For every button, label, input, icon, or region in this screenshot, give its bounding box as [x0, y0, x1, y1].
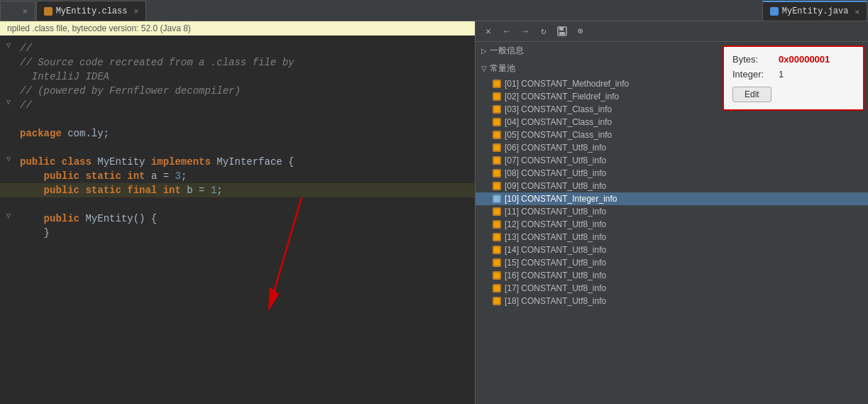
item-icon-05	[493, 131, 501, 139]
item-icon-13	[493, 233, 501, 241]
item-icon-09	[493, 182, 501, 190]
tree-item-11[interactable]: [11] CONSTANT_Utf8_info	[476, 205, 868, 218]
gutter-5: ▽	[0, 98, 20, 107]
tree-item-08-label: [08] CONSTANT_Utf8_info	[505, 168, 606, 178]
tab-myentity-class[interactable]: MyEntity.class ✕	[36, 1, 146, 21]
tree-item-06[interactable]: [06] CONSTANT_Utf8_info	[476, 141, 868, 154]
line-content-2: // Source code recreated from a .class f…	[20, 55, 475, 70]
code-line-7: package com.ly;	[0, 126, 475, 141]
right-panel: ✕ ← → ↻ ⊕ ▷ 一般信息 ▽ 常量池	[476, 21, 868, 404]
tree-item-10[interactable]: [10] CONSTANT_Integer_info	[476, 192, 868, 205]
svg-rect-3	[559, 27, 564, 31]
tab-myentity-class-close[interactable]: ✕	[133, 6, 138, 16]
general-arrow: ▷	[481, 47, 487, 55]
bytes-value: 0x00000001	[779, 54, 830, 65]
integer-label: Integer:	[732, 69, 779, 80]
main-area: npiled .class file, bytecode version: 52…	[0, 21, 868, 404]
item-icon-02	[493, 92, 501, 101]
tree-item-07-label: [07] CONSTANT_Utf8_info	[505, 155, 606, 165]
line-content-5: //	[20, 98, 475, 112]
code-line-15	[0, 240, 475, 254]
tab-bar: ✕ MyEntity.class ✕ MyEntity.java ✕	[0, 0, 868, 21]
item-icon-15	[493, 258, 501, 267]
code-line-4: // (powered by Fernflower decompiler)	[0, 84, 475, 98]
tree-item-14[interactable]: [14] CONSTANT_Utf8_info	[476, 244, 868, 256]
item-icon-08	[493, 169, 501, 178]
code-line-5: ▽ //	[0, 98, 475, 112]
code-line-14: }	[0, 226, 475, 240]
tree-item-18[interactable]: [18] CONSTANT_Utf8_info	[476, 295, 868, 307]
fold-icon-9: ▽	[6, 155, 11, 163]
tree-item-15[interactable]: [15] CONSTANT_Utf8_info	[476, 256, 868, 269]
tree-item-02-label: [02] CONSTANT_Fieldref_info	[505, 92, 619, 102]
bytes-label: Bytes:	[732, 54, 779, 65]
tab-blank-close[interactable]: ✕	[23, 6, 28, 16]
tree-item-01-label: [01] CONSTANT_Methodref_info	[505, 79, 629, 89]
fold-icon-5: ▽	[6, 98, 11, 107]
edit-button-container: Edit	[732, 84, 855, 102]
tab-myentity-java-label: MyEntity.java	[782, 6, 849, 16]
constant-pool-arrow: ▽	[481, 65, 487, 72]
tree-item-12[interactable]: [12] CONSTANT_Utf8_info	[476, 218, 868, 231]
line-content-7: package com.ly;	[20, 126, 475, 141]
line-content-4: // (powered by Fernflower decompiler)	[20, 84, 475, 98]
tree-item-05-label: [05] CONSTANT_Class_info	[505, 130, 612, 140]
code-area[interactable]: ▽ // // Source code recreated from a .cl…	[0, 36, 475, 404]
item-icon-14	[493, 246, 501, 254]
tree-item-12-label: [12] CONSTANT_Utf8_info	[505, 219, 606, 229]
line-content-10: public static int a = 3;	[20, 169, 475, 183]
tree-item-17[interactable]: [17] CONSTANT_Utf8_info	[476, 282, 868, 295]
tree-item-06-label: [06] CONSTANT_Utf8_info	[505, 143, 606, 153]
tree-item-05[interactable]: [05] CONSTANT_Class_info	[476, 129, 868, 141]
code-panel: npiled .class file, bytecode version: 52…	[0, 21, 476, 404]
fold-icon-1: ▽	[6, 41, 11, 50]
line-content-11: public static final int b = 1;	[20, 183, 475, 197]
tree-area[interactable]: ▷ 一般信息 ▽ 常量池 [01] CONSTANT_Methodref_inf…	[476, 42, 868, 404]
tree-item-07[interactable]: [07] CONSTANT_Utf8_info	[476, 154, 868, 167]
tree-item-04[interactable]: [04] CONSTANT_Class_info	[476, 116, 868, 129]
code-line-13: ▽ public MyEntity() {	[0, 212, 475, 226]
edit-button[interactable]: Edit	[732, 87, 771, 102]
tab-blank[interactable]: ✕	[0, 1, 35, 21]
tree-item-16-label: [16] CONSTANT_Utf8_info	[505, 271, 606, 280]
item-icon-17	[493, 284, 501, 293]
tab-myentity-java[interactable]: MyEntity.java ✕	[762, 1, 867, 21]
code-line-1: ▽ //	[0, 41, 475, 55]
integer-value: 1	[779, 69, 784, 80]
java-file-icon	[770, 7, 779, 16]
item-icon-18	[493, 297, 501, 305]
code-line-3: IntelliJ IDEA	[0, 70, 475, 84]
tree-item-08[interactable]: [08] CONSTANT_Utf8_info	[476, 167, 868, 180]
tree-item-16[interactable]: [16] CONSTANT_Utf8_info	[476, 269, 868, 282]
compile-bar: npiled .class file, bytecode version: 52…	[0, 21, 475, 36]
tree-item-14-label: [14] CONSTANT_Utf8_info	[505, 245, 606, 255]
tab-blank-label	[8, 5, 16, 17]
code-line-2: // Source code recreated from a .class f…	[0, 55, 475, 70]
tab-myentity-class-label: MyEntity.class	[56, 6, 128, 16]
line-content-1: //	[20, 41, 475, 55]
tree-item-09-label: [09] CONSTANT_Utf8_info	[505, 181, 606, 191]
general-label: 一般信息	[490, 45, 524, 57]
line-content-9: public class MyEntity implements MyInter…	[20, 155, 475, 169]
code-line-6	[0, 112, 475, 126]
line-content-13: public MyEntity() {	[20, 212, 475, 226]
tree-item-03-label: [03] CONSTANT_Class_info	[505, 104, 612, 114]
code-line-8	[0, 141, 475, 155]
right-toolbar: ✕ ← → ↻ ⊕	[476, 21, 868, 42]
save-button[interactable]	[555, 24, 569, 38]
forward-button[interactable]: →	[518, 24, 532, 38]
browse-button[interactable]: ⊕	[573, 24, 588, 38]
compile-bar-text: npiled .class file, bytecode version: 52…	[7, 23, 191, 33]
tree-item-09[interactable]: [09] CONSTANT_Utf8_info	[476, 180, 868, 192]
code-line-12	[0, 197, 475, 212]
tree-item-11-label: [11] CONSTANT_Utf8_info	[505, 207, 606, 217]
item-icon-07	[493, 156, 501, 165]
item-icon-11	[493, 207, 501, 216]
refresh-button[interactable]: ↻	[537, 24, 551, 38]
back-button[interactable]: ←	[500, 24, 514, 38]
tab-myentity-java-close[interactable]: ✕	[855, 7, 859, 16]
item-icon-06	[493, 143, 501, 152]
code-line-10: public static int a = 3;	[0, 169, 475, 183]
tree-item-13[interactable]: [13] CONSTANT_Utf8_info	[476, 231, 868, 244]
close-toolbar-button[interactable]: ✕	[481, 24, 495, 38]
